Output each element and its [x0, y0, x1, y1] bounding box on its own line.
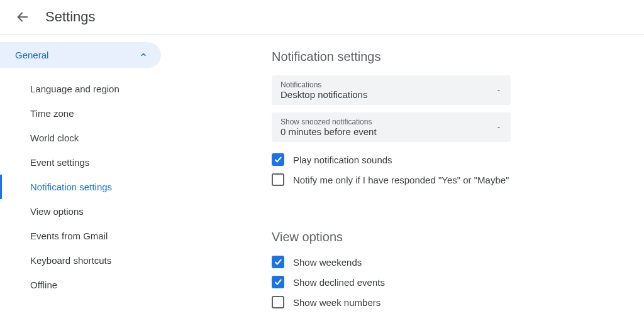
- main-content: Notification settings Notifications Desk…: [170, 35, 644, 316]
- play-sounds-checkbox[interactable]: [272, 153, 284, 166]
- header: Settings: [0, 0, 644, 35]
- show-weekends-row: Show weekends: [272, 256, 644, 268]
- caret-down-icon: [496, 85, 502, 96]
- sidebar-group-label: General: [15, 50, 48, 60]
- show-week-numbers-row: Show week numbers: [272, 296, 644, 308]
- dropdown-value: Desktop notifications: [280, 89, 502, 100]
- show-declined-checkbox[interactable]: [272, 276, 284, 288]
- show-weekends-checkbox[interactable]: [272, 256, 284, 268]
- caret-down-icon: [496, 122, 502, 133]
- sidebar-item-notification-settings[interactable]: Notification settings: [0, 175, 170, 199]
- notify-only-responded-label: Notify me only if I have responded "Yes"…: [293, 175, 509, 185]
- snoozed-notifications-dropdown[interactable]: Show snoozed notifications 0 minutes bef…: [272, 112, 511, 142]
- play-sounds-label: Play notification sounds: [293, 155, 392, 165]
- sidebar-item-time-zone[interactable]: Time zone: [0, 101, 170, 126]
- dropdown-label: Notifications: [280, 80, 502, 89]
- notifications-dropdown[interactable]: Notifications Desktop notifications: [272, 75, 511, 105]
- back-arrow-icon[interactable]: [15, 9, 30, 24]
- section-title-view-options: View options: [272, 230, 644, 244]
- dropdown-label: Show snoozed notifications: [280, 117, 502, 126]
- sidebar-group-general[interactable]: General: [0, 42, 161, 68]
- section-title-notification-settings: Notification settings: [272, 50, 644, 64]
- sidebar: General Language and region Time zone Wo…: [0, 35, 170, 316]
- sidebar-item-world-clock[interactable]: World clock: [0, 126, 170, 150]
- chevron-up-icon: [140, 50, 147, 60]
- page-title: Settings: [45, 9, 96, 25]
- sidebar-item-offline[interactable]: Offline: [0, 273, 170, 297]
- sidebar-item-keyboard-shortcuts[interactable]: Keyboard shortcuts: [0, 248, 170, 273]
- show-week-numbers-label: Show week numbers: [293, 297, 380, 308]
- sidebar-items: Language and region Time zone World cloc…: [0, 68, 170, 297]
- sidebar-item-view-options[interactable]: View options: [0, 199, 170, 224]
- dropdown-value: 0 minutes before event: [280, 126, 502, 137]
- sidebar-item-event-settings[interactable]: Event settings: [0, 150, 170, 175]
- notify-only-responded-checkbox[interactable]: [272, 173, 284, 186]
- sidebar-item-language-region[interactable]: Language and region: [0, 77, 170, 101]
- play-sounds-row: Play notification sounds: [272, 153, 644, 166]
- show-weekends-label: Show weekends: [293, 257, 362, 268]
- sidebar-item-events-from-gmail[interactable]: Events from Gmail: [0, 224, 170, 248]
- show-declined-label: Show declined events: [293, 277, 385, 288]
- show-declined-row: Show declined events: [272, 276, 644, 288]
- notify-only-responded-row: Notify me only if I have responded "Yes"…: [272, 173, 644, 186]
- show-week-numbers-checkbox[interactable]: [272, 296, 284, 308]
